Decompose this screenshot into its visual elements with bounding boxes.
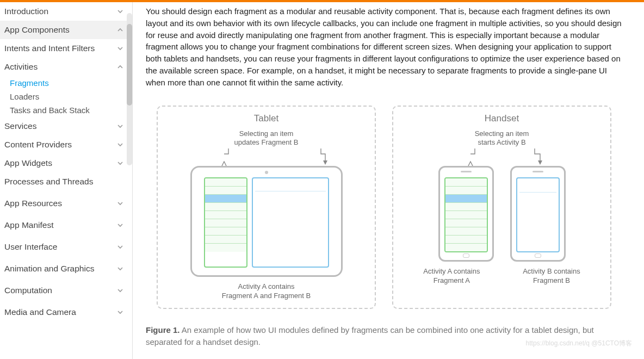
sidebar-item-app-widgets[interactable]: App Widgets [0, 154, 132, 172]
sidebar-item-label: Media and Camera [4, 307, 76, 317]
tablet-device-illustration [190, 166, 343, 277]
text-line: Fragment A [434, 276, 470, 284]
sidebar-item-app-components[interactable]: App Components [0, 21, 132, 39]
sidebar-item-app-resources[interactable]: App Resources [0, 194, 132, 213]
sidebar-item-content-providers[interactable]: Content Providers [0, 135, 132, 154]
main-content: You should design each fragment as a mod… [133, 2, 644, 359]
chevron-down-icon [117, 123, 123, 129]
handset-device-b [510, 166, 566, 262]
sidebar-item-computation[interactable]: Computation [0, 281, 132, 300]
sidebar-item-services[interactable]: Services [0, 117, 132, 135]
text-line: Activity B contains [523, 267, 580, 275]
sidebar-item-label: Animation and Graphics [4, 264, 94, 274]
figure-handset-column: Handset Selecting an item starts Activit… [392, 106, 611, 309]
handset-device-a [438, 166, 494, 262]
fragment-b-detail [516, 177, 560, 252]
sidebar-item-label: Services [4, 121, 36, 131]
text-line: Fragment A and Fragment B [222, 292, 311, 300]
sidebar-item-media[interactable]: Media and Camera [0, 303, 132, 321]
sidebar-sub-tasks[interactable]: Tasks and Back Stack [0, 103, 132, 117]
text-line: starts Activity B [478, 138, 525, 146]
figure-tablet-title: Tablet [166, 113, 366, 124]
sidebar-item-app-manifest[interactable]: App Manifest [0, 216, 132, 234]
chevron-up-icon [117, 27, 123, 33]
chevron-down-icon [117, 200, 123, 207]
watermark-text: https://blog.csdn.net/q @51CTO博客 [526, 339, 632, 348]
fragment-a-list [204, 177, 247, 268]
sidebar-item-intents[interactable]: Intents and Intent Filters [0, 39, 132, 58]
chevron-down-icon [117, 287, 123, 294]
text-line: Activity A contains [423, 267, 480, 275]
text-line: Fragment B [533, 276, 570, 284]
sidebar-item-introduction[interactable]: Introduction [0, 2, 132, 21]
sidebar-item-label: Content Providers [4, 140, 72, 150]
sidebar-item-label: Intents and Intent Filters [4, 44, 95, 53]
handset-b-caption: Activity B contains Fragment B [523, 267, 580, 285]
sidebar-item-label: User Interface [4, 242, 57, 252]
sidebar-item-label: Computation [4, 286, 52, 295]
arrow-connector-icon [431, 146, 573, 168]
tablet-selecting-text: Selecting an item updates Fragment B [234, 129, 299, 146]
sidebar-item-label: Activities [4, 62, 38, 72]
chevron-down-icon [117, 244, 123, 250]
tablet-caption: Activity A contains Fragment A and Fragm… [222, 282, 311, 300]
sidebar-item-processes[interactable]: Processes and Threads [0, 172, 132, 191]
chevron-down-icon [117, 309, 123, 315]
sidebar-item-label: Processes and Threads [4, 177, 93, 187]
chevron-up-icon [117, 64, 123, 70]
handset-a-caption: Activity A contains Fragment A [423, 267, 480, 285]
scrollbar-thumb[interactable] [127, 24, 132, 106]
figure-1-wrap: Tablet Selecting an item updates Fragmen… [146, 98, 622, 349]
sidebar-item-label: App Resources [4, 199, 62, 208]
chevron-down-icon [117, 45, 123, 52]
handset-selecting-text: Selecting an item starts Activity B [475, 129, 529, 146]
text-line: Selecting an item [239, 129, 294, 138]
chevron-down-icon [117, 141, 123, 148]
body-paragraph: You should design each fragment as a mod… [146, 5, 622, 88]
sidebar-sub-fragments[interactable]: Fragments [0, 76, 132, 90]
sidebar-item-animation[interactable]: Animation and Graphics [0, 259, 132, 278]
chevron-down-icon [117, 222, 123, 228]
arrow-connector-icon [190, 146, 343, 168]
text-line: updates Fragment B [234, 138, 299, 146]
sidebar-item-label: App Components [4, 25, 70, 35]
text-line: Activity A contains [238, 282, 294, 290]
sidebar-item-activities[interactable]: Activities [0, 58, 132, 76]
fragment-b-detail [252, 177, 329, 268]
figure-tablet-column: Tablet Selecting an item updates Fragmen… [157, 106, 376, 309]
text-line: Selecting an item [475, 129, 529, 138]
fragment-a-list [444, 177, 488, 252]
sidebar-scrollbar[interactable] [127, 13, 132, 165]
figure-handset-title: Handset [402, 113, 602, 124]
sidebar: Introduction App Components Intents and … [0, 2, 133, 359]
figure-1: Tablet Selecting an item updates Fragmen… [146, 98, 622, 317]
sidebar-item-label: Introduction [4, 7, 48, 16]
chevron-down-icon [117, 8, 123, 15]
sidebar-item-user-interface[interactable]: User Interface [0, 238, 132, 256]
sidebar-item-label: App Manifest [4, 220, 53, 230]
sidebar-item-label: App Widgets [4, 158, 52, 168]
chevron-down-icon [117, 160, 123, 166]
figure-caption-bold: Figure 1. [146, 325, 180, 335]
chevron-down-icon [117, 265, 123, 272]
sidebar-sub-loaders[interactable]: Loaders [0, 90, 132, 103]
